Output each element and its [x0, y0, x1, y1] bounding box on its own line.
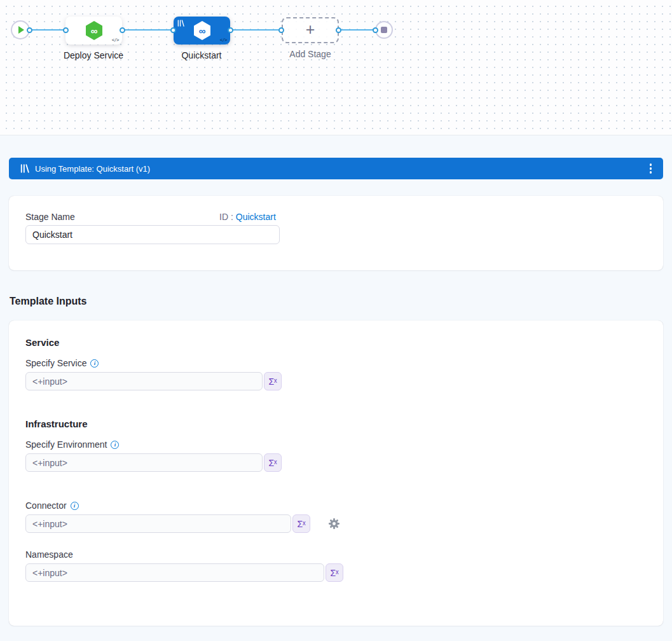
template-inputs-heading: Template Inputs: [10, 296, 663, 307]
namespace-row: Σˣ: [25, 563, 647, 582]
connector-input[interactable]: [25, 514, 291, 533]
port[interactable]: [120, 27, 125, 33]
gear-icon: [328, 518, 340, 530]
field-label-text: Connector: [25, 500, 67, 511]
runtime-input-sigma-button[interactable]: Σˣ: [292, 514, 310, 533]
infinity-icon: ∞: [90, 25, 97, 36]
stage-name-label: Stage Name: [25, 212, 219, 222]
runtime-input-sigma-button[interactable]: Σˣ: [326, 563, 343, 582]
stop-icon: [381, 27, 387, 33]
stage-name-card: Stage Name ID : Quickstart: [9, 196, 663, 270]
field-label-text: Namespace: [25, 549, 73, 560]
info-icon[interactable]: i: [111, 441, 119, 449]
kebab-icon: [650, 171, 652, 174]
stage-id-label: ID :: [219, 212, 233, 222]
template-inputs-card: Service Specify Service i Σˣ Infrastruct…: [9, 320, 663, 626]
port[interactable]: [278, 27, 284, 33]
namespace-label: Namespace: [25, 549, 647, 560]
connector-row: Σˣ: [25, 514, 647, 533]
connector-label: Connector i: [25, 500, 647, 511]
info-icon[interactable]: i: [90, 359, 99, 368]
template-library-icon: [20, 164, 29, 173]
banner-options-menu-button[interactable]: [645, 160, 657, 177]
code-icon: </>: [220, 38, 227, 43]
info-icon[interactable]: i: [71, 502, 79, 510]
code-icon: </>: [112, 38, 119, 43]
specify-environment-label: Specify Environment i: [25, 439, 647, 450]
quickstart-hexagon-icon: ∞: [192, 20, 212, 41]
edge-start-deploy: [29, 29, 66, 31]
specify-service-input[interactable]: [25, 372, 263, 390]
play-icon: [18, 26, 24, 34]
port[interactable]: [27, 27, 32, 33]
template-banner: Using Template: Quickstart (v1): [9, 158, 663, 179]
stage-name-input[interactable]: [25, 225, 280, 244]
specify-environment-input[interactable]: [25, 453, 263, 472]
stage-config-panel: Using Template: Quickstart (v1) Stage Na…: [0, 135, 672, 626]
stage-node-deploy-service[interactable]: ∞ </>: [65, 17, 122, 45]
edge-deploy-quickstart: [122, 29, 174, 31]
stage-label-deploy-service: Deploy Service: [39, 50, 147, 60]
specify-environment-row: Σˣ: [25, 453, 647, 472]
template-banner-label: Using Template: Quickstart (v1): [35, 164, 150, 174]
stage-label-quickstart: Quickstart: [147, 50, 256, 60]
edge-addstage-end: [339, 29, 376, 31]
plus-icon: +: [306, 22, 315, 38]
runtime-input-sigma-button[interactable]: Σˣ: [264, 453, 282, 472]
port[interactable]: [228, 27, 233, 33]
port[interactable]: [373, 27, 378, 33]
namespace-input[interactable]: [25, 563, 324, 582]
connector-settings-button[interactable]: [328, 518, 340, 530]
field-label-text: Specify Environment: [25, 439, 107, 450]
field-label-text: Specify Service: [25, 358, 86, 368]
edge-quickstart-addstage: [230, 29, 282, 31]
port[interactable]: [63, 27, 69, 33]
pipeline-canvas[interactable]: ∞ </> ∞ </> + Deploy Service Quickstart …: [0, 0, 672, 135]
stage-label-add-stage: Add Stage: [256, 49, 364, 59]
service-section-title: Service: [25, 337, 647, 348]
infrastructure-section-title: Infrastructure: [25, 418, 647, 429]
deploy-hexagon-icon: ∞: [84, 20, 104, 41]
stage-id-value-link[interactable]: Quickstart: [236, 212, 276, 222]
kebab-icon: [650, 163, 652, 166]
kebab-icon: [650, 167, 652, 170]
port[interactable]: [336, 27, 341, 33]
stage-node-quickstart[interactable]: ∞ </>: [174, 17, 230, 45]
add-stage-button[interactable]: +: [282, 17, 339, 43]
specify-service-label: Specify Service i: [25, 358, 647, 368]
infinity-icon: ∞: [198, 25, 205, 36]
port[interactable]: [170, 27, 176, 33]
specify-service-row: Σˣ: [25, 372, 647, 390]
template-badge-icon: [177, 20, 184, 27]
runtime-input-sigma-button[interactable]: Σˣ: [264, 372, 282, 390]
